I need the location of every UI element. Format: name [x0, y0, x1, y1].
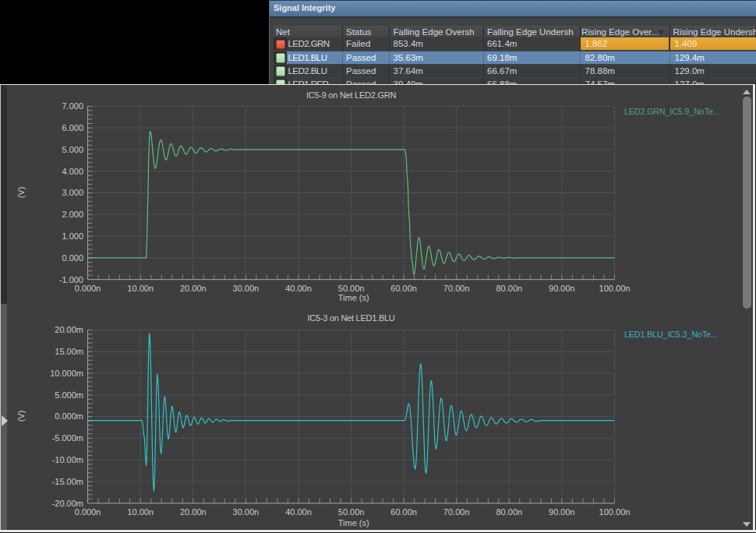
- svg-text:40.00n: 40.00n: [285, 507, 312, 517]
- svg-text:(V): (V): [16, 411, 26, 422]
- svg-text:100.00n: 100.00n: [599, 507, 631, 517]
- svg-text:0.000n: 0.000n: [75, 284, 101, 293]
- svg-text:Time (s): Time (s): [338, 293, 369, 302]
- svg-text:70.00n: 70.00n: [443, 284, 470, 293]
- svg-text:0.000m: 0.000m: [55, 411, 83, 421]
- svg-text:80.00n: 80.00n: [496, 507, 522, 517]
- svg-text:-5.000m: -5.000m: [52, 433, 83, 443]
- svg-text:20.00m: 20.00m: [55, 325, 83, 334]
- svg-text:LED1.BLU_IC5.3_NoTe...: LED1.BLU_IC5.3_NoTe...: [624, 330, 718, 339]
- svg-text:70.00n: 70.00n: [443, 507, 470, 517]
- svg-text:IC5-3 on Net LED1.BLU: IC5-3 on Net LED1.BLU: [307, 313, 394, 323]
- svg-text:3.000: 3.000: [62, 188, 83, 197]
- svg-text:10.000m: 10.000m: [50, 369, 83, 378]
- svg-text:20.00n: 20.00n: [180, 284, 207, 293]
- svg-text:50.00n: 50.00n: [338, 507, 365, 517]
- svg-text:90.00n: 90.00n: [549, 507, 575, 517]
- svg-text:IC5-9 on Net LED2.GRN: IC5-9 on Net LED2.GRN: [306, 90, 396, 100]
- svg-text:10.00n: 10.00n: [127, 284, 154, 293]
- svg-text:40.00n: 40.00n: [285, 284, 312, 293]
- svg-text:5.000: 5.000: [62, 145, 83, 154]
- svg-text:30.00n: 30.00n: [233, 284, 260, 293]
- svg-text:100.00n: 100.00n: [599, 284, 631, 293]
- svg-text:LED2.GRN_IC5.9_NoTe...: LED2.GRN_IC5.9_NoTe...: [624, 107, 720, 116]
- svg-text:5.000m: 5.000m: [55, 390, 83, 400]
- svg-text:0.000n: 0.000n: [75, 507, 101, 517]
- svg-text:50.00n: 50.00n: [338, 284, 365, 293]
- svg-text:60.00n: 60.00n: [390, 507, 417, 517]
- svg-text:60.00n: 60.00n: [390, 284, 417, 293]
- svg-text:7.000: 7.000: [62, 101, 83, 111]
- svg-text:-20.00m: -20.00m: [52, 499, 83, 508]
- svg-text:4.000: 4.000: [62, 167, 83, 176]
- svg-text:6.000: 6.000: [62, 123, 83, 132]
- svg-text:30.00n: 30.00n: [233, 507, 260, 517]
- svg-text:2.000: 2.000: [62, 210, 83, 219]
- svg-text:15.00m: 15.00m: [55, 347, 83, 356]
- svg-text:10.00n: 10.00n: [127, 507, 154, 517]
- svg-text:Time (s): Time (s): [338, 518, 369, 528]
- svg-text:-1.000: -1.000: [59, 275, 83, 284]
- svg-text:1.000: 1.000: [62, 231, 83, 241]
- svg-text:90.00n: 90.00n: [549, 284, 575, 293]
- svg-text:(V): (V): [16, 187, 26, 199]
- svg-text:20.00n: 20.00n: [180, 507, 207, 517]
- svg-text:80.00n: 80.00n: [496, 284, 522, 293]
- svg-text:-10.00m: -10.00m: [52, 455, 83, 464]
- svg-text:0.000: 0.000: [62, 253, 83, 263]
- svg-text:-15.00m: -15.00m: [52, 477, 83, 486]
